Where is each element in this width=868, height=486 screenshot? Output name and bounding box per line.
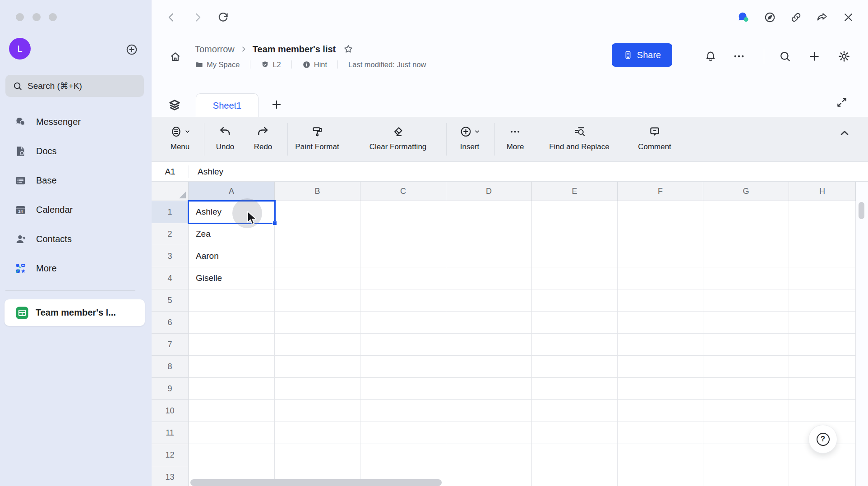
row-header[interactable]: 13 (152, 466, 189, 486)
cell[interactable] (532, 201, 618, 223)
cell[interactable] (446, 267, 532, 289)
cell[interactable] (618, 267, 703, 289)
cell[interactable] (532, 466, 618, 486)
collapse-toolbar-icon[interactable] (838, 127, 851, 139)
cell[interactable] (360, 356, 446, 378)
cell[interactable] (789, 312, 856, 334)
cell[interactable] (532, 245, 618, 267)
search-icon[interactable] (779, 50, 791, 63)
cell[interactable] (189, 334, 275, 356)
cell[interactable] (446, 378, 532, 400)
search-input[interactable]: Search (⌘+K) (5, 75, 144, 97)
column-header[interactable]: E (532, 182, 618, 201)
reload-icon[interactable] (217, 11, 229, 23)
cell[interactable] (275, 201, 360, 223)
cell[interactable] (360, 400, 446, 422)
help-button[interactable]: ? (808, 425, 837, 454)
cell[interactable] (618, 422, 703, 444)
window-close-dot[interactable] (16, 13, 24, 21)
row-header[interactable]: 3 (152, 245, 189, 267)
toolbar-find-replace-button[interactable]: Find and Replace (549, 125, 609, 151)
cell[interactable] (703, 444, 789, 466)
cell[interactable] (275, 378, 360, 400)
cell[interactable]: Ashley (189, 201, 275, 223)
select-all-corner[interactable] (152, 182, 189, 201)
cell[interactable] (446, 466, 532, 486)
cell[interactable] (703, 400, 789, 422)
row-header[interactable]: 1 (152, 201, 189, 223)
cell[interactable] (275, 312, 360, 334)
horizontal-scrollbar[interactable] (190, 479, 442, 486)
cell[interactable] (275, 356, 360, 378)
breadcrumb-parent[interactable]: Tomorrow (195, 44, 235, 55)
cell[interactable] (446, 444, 532, 466)
fullscreen-icon[interactable] (836, 96, 848, 108)
back-icon[interactable] (165, 11, 177, 23)
column-header[interactable]: B (275, 182, 360, 201)
share-forward-icon[interactable] (816, 11, 828, 23)
cell[interactable] (789, 466, 856, 486)
sidebar-item-calendar[interactable]: 24 Calendar (6, 198, 145, 221)
cell[interactable] (189, 356, 275, 378)
column-header[interactable]: C (360, 182, 446, 201)
compass-icon[interactable] (764, 11, 776, 23)
cell[interactable] (275, 444, 360, 466)
cell[interactable] (532, 444, 618, 466)
cell[interactable] (360, 223, 446, 245)
window-zoom-dot[interactable] (49, 13, 57, 21)
cell[interactable] (360, 444, 446, 466)
cell[interactable] (703, 223, 789, 245)
cell[interactable] (703, 356, 789, 378)
cell[interactable] (532, 378, 618, 400)
cell[interactable] (446, 400, 532, 422)
column-header[interactable]: G (703, 182, 789, 201)
cell[interactable] (360, 378, 446, 400)
cell[interactable] (275, 267, 360, 289)
sidebar-item-messenger[interactable]: Messenger (6, 110, 145, 133)
cell[interactable] (446, 422, 532, 444)
cell[interactable] (189, 444, 275, 466)
cell[interactable]: Aaron (189, 245, 275, 267)
cell[interactable] (703, 201, 789, 223)
toolbar-redo-button[interactable]: Redo (254, 125, 272, 151)
cell[interactable] (789, 378, 856, 400)
more-options-icon[interactable] (733, 50, 745, 63)
cell[interactable] (446, 289, 532, 312)
security-level-badge[interactable]: L2 (261, 60, 281, 69)
cell[interactable] (446, 334, 532, 356)
toolbar-undo-button[interactable]: Undo (216, 125, 235, 151)
page-title[interactable]: Team member's list (253, 44, 336, 55)
row-header[interactable]: 11 (152, 422, 189, 444)
cell[interactable] (618, 289, 703, 312)
cell[interactable] (532, 267, 618, 289)
share-button[interactable]: Share (612, 43, 672, 67)
space-link[interactable]: My Space (195, 60, 240, 69)
row-header[interactable]: 8 (152, 356, 189, 378)
cell[interactable] (360, 245, 446, 267)
row-header[interactable]: 2 (152, 223, 189, 245)
cell[interactable] (446, 356, 532, 378)
cell[interactable] (532, 289, 618, 312)
row-header[interactable]: 9 (152, 378, 189, 400)
star-icon[interactable] (343, 44, 354, 55)
cell[interactable] (703, 334, 789, 356)
cell[interactable] (532, 422, 618, 444)
cell[interactable] (703, 466, 789, 486)
cell[interactable] (446, 201, 532, 223)
cell[interactable] (360, 201, 446, 223)
cell[interactable] (618, 466, 703, 486)
row-header[interactable]: 10 (152, 400, 189, 422)
cell[interactable] (360, 267, 446, 289)
cell[interactable] (789, 223, 856, 245)
avatar[interactable]: L (9, 38, 31, 60)
copy-link-icon[interactable] (790, 11, 802, 23)
cell[interactable] (532, 334, 618, 356)
cell[interactable] (618, 245, 703, 267)
cell[interactable] (446, 223, 532, 245)
formula-input[interactable]: Ashley (189, 167, 223, 177)
column-header[interactable]: D (446, 182, 532, 201)
cell[interactable] (275, 245, 360, 267)
add-icon[interactable] (125, 43, 138, 56)
cell[interactable] (703, 245, 789, 267)
cell[interactable] (189, 312, 275, 334)
